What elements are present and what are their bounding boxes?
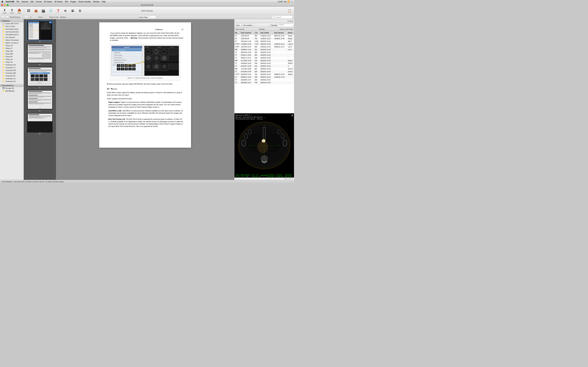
th-modality[interactable]: Modality (234, 32, 240, 34)
th-date-opened[interactable]: Date Opened (274, 32, 287, 34)
thumbnail-88[interactable]: 88 88 (26, 90, 54, 112)
sidebar-item-yesterday-us[interactable]: 📁 Yesterday US (0, 77, 24, 80)
menu-file[interactable]: File (16, 1, 19, 3)
sidebar-item-demo-cases[interactable]: 📁 Demo Cases (0, 25, 24, 28)
export-button[interactable]: ⬆ Export (9, 7, 15, 14)
table-row[interactable]: CT 30/08/12 14:00 639 26/03/15 10:42 12/… (234, 76, 294, 79)
movie-button[interactable]: 🎬 (40, 7, 47, 14)
menu-network[interactable]: Network (22, 1, 28, 3)
search-input[interactable] (276, 16, 291, 18)
filter-modality-select[interactable]: All modalities (243, 24, 255, 27)
sidebar-item-just-opened[interactable]: 📁 Just Opened (0, 36, 24, 39)
table-row[interactable]: CT 12/03 09:33 355 11/05/15 15:12 08/07/… (234, 34, 294, 37)
menu-3d-viewer[interactable]: 3D Viewer (54, 1, 63, 3)
seconds-input[interactable] (269, 25, 271, 26)
table-row[interactable]: CT\PT 11/04/05 10:45 1'743 26/03/15 10:4… (234, 43, 294, 46)
sidebar-item-today-us[interactable]: 📁 Today US (0, 58, 24, 61)
thumbnail-86[interactable]: 86 86 (26, 44, 54, 66)
menu-edit[interactable]: Edit (30, 1, 34, 3)
search-box[interactable]: 🔍 (272, 16, 293, 19)
table-row[interactable]: MR 17/11/04 16:08 861 26/03/15 10:42 Ore… (234, 67, 294, 70)
table-row[interactable]: CT 26/10/06 14:04 638 26/03/15 10:42 9D2… (234, 62, 294, 65)
menu-help[interactable]: Help (102, 1, 105, 3)
photos-button[interactable]: 🖼 (25, 7, 32, 14)
db-search-input[interactable] (279, 24, 293, 26)
sidebar-item-today-ct[interactable]: 📁 Today CT (0, 47, 24, 50)
menu-recent-studies[interactable]: Recent Studies (78, 1, 91, 3)
notes-button[interactable]: 📋 (286, 7, 293, 14)
sidebar-item-today-mr[interactable]: 📁 Today MR (0, 52, 24, 55)
table-row[interactable]: CT 30/01/04 14:45 384 26/03/15 10:42 (234, 51, 294, 54)
db-search-input-container[interactable] (278, 24, 293, 27)
sidebar-item-today-xa[interactable]: 📁 Today XA (0, 61, 24, 63)
sidebar-item-today-cr[interactable]: 📁 Today CR (0, 44, 24, 47)
thumbnail-89[interactable]: 89 89 (26, 113, 54, 135)
projector-button[interactable]: 📽 (69, 7, 76, 14)
app-menu-osirix[interactable]: 🖥 (1, 0, 3, 3)
zoom-in-button[interactable]: + (33, 16, 37, 19)
sidebar-item-yesterday-mr[interactable]: 📁 Yesterday MR (0, 72, 24, 75)
menu-plugins[interactable]: Plugins (70, 1, 76, 3)
th-date-added[interactable]: Date Added (260, 32, 274, 34)
table-row[interactable]: CT 29/10/05 13:47 250 26/03/15 10:42 (234, 79, 294, 81)
th-date-acquired[interactable]: Date Acquired (240, 32, 254, 34)
empty-button[interactable]: 📤 Empt. (16, 7, 23, 14)
sidebar-section-database[interactable]: ▾ Database (0, 19, 24, 22)
import-button[interactable]: ⬇ Import (1, 7, 8, 14)
filter-none-select[interactable]: None (235, 24, 242, 27)
menu-roi[interactable]: ROI (65, 1, 68, 3)
th-images[interactable]: # im (254, 32, 260, 34)
menu-2d-viewer[interactable]: 2D Viewer (44, 1, 52, 3)
sidebar-item-status-reviewed[interactable]: 📁 Status: Reviewed (0, 39, 24, 42)
menubar-search-icon[interactable]: 🔍 (291, 1, 293, 3)
table-row[interactable]: CT 12/03 09:33 755 11/05/15 15:12 01/06/… (234, 37, 294, 40)
zoom-out-button[interactable]: − (25, 16, 28, 19)
table-row[interactable]: MR 01/12/06 14:39 232 26/03/15 10:42 Dae… (234, 59, 294, 62)
sidebar-item-yesterday-ct[interactable]: 📁 Yesterday CT (0, 66, 24, 69)
share-button[interactable]: 📤 (33, 7, 39, 14)
trash-button[interactable]: 🗑 (77, 7, 83, 14)
table-row[interactable]: CT 01/02/11 10:04 803 26/03/15 10:42 (234, 54, 294, 57)
help-button[interactable]: ❓ (55, 7, 61, 14)
nav-next-button[interactable]: › (5, 16, 8, 19)
table-row[interactable]: CT 29/10/05 13:31 799 26/03/15 10:42 (234, 81, 294, 84)
sidebar-item-just-acquired[interactable]: 📁 Just Acquired (las (0, 30, 24, 33)
table-row[interactable]: CT\PT 04/03/04 12:26 166 26/03/15 10:42 … (234, 73, 294, 76)
table-row[interactable]: CT 01/01/07 12:00 518 26/03/15 10:42 1 (234, 65, 294, 67)
thumbnail-87[interactable]: Sources Panel Figure 3.15 87 (26, 67, 54, 89)
table-row[interactable]: MR 25/08/04 14:22 421 26/03/15 10:42 Lai… (234, 48, 294, 51)
sidebar-item-yesterday-xa[interactable]: 📁 Yesterday XA (0, 80, 24, 83)
keep-on-top-checkbox[interactable]: Keep on top (47, 16, 59, 18)
table-row[interactable]: CT\PT 21/07/04 10:45 680 26/03/15 10:42 … (234, 46, 294, 48)
burn-button[interactable]: ☢ (62, 7, 69, 14)
table-row[interactable]: CT 01/07/08 13:49 929 26/03/15 10:42 Gro… (234, 70, 294, 73)
sidebar-item-today-rf[interactable]: 📁 Today RF (0, 55, 24, 58)
maximize-button[interactable] (7, 4, 9, 6)
close-button[interactable] (1, 4, 3, 6)
sidebar-item-medimage[interactable]: 📁 MEDIMAGE (0, 90, 24, 92)
mode-select[interactable]: Single Page ▾ (138, 16, 156, 19)
nav-prev-button[interactable]: ‹ (1, 16, 4, 19)
table-row[interactable]: CT 09/02/11 10:12 636 26/03/15 10:42 (234, 57, 294, 59)
cd-button[interactable]: 💿 (47, 7, 54, 14)
sidebar-item-cases-with-comm[interactable]: 💬 Cases with comm (0, 22, 24, 25)
keep-on-top-input[interactable] (47, 16, 49, 18)
sidebar-item-interesting-cases[interactable]: ⭐ Interesting Cases (0, 28, 24, 30)
sidebar-item-yesterday-mg[interactable]: 📁 Yesterday MG (0, 69, 24, 72)
sidebar-section-documents[interactable]: ▾ Documents D (0, 84, 24, 87)
sidebar-item-just-added[interactable]: 📁 Just Added (last h (0, 33, 24, 36)
table-row[interactable]: CT 18/11/04 11:36 1'625 26/03/15 10:42 R… (234, 40, 294, 43)
sidebar-item-status-unread[interactable]: 📁 Status: Unread (1 (0, 42, 24, 44)
sidebar-item-yesterday-rf[interactable]: 📁 Yesterday RF (0, 75, 24, 77)
seconds-checkbox[interactable]: Seconds (269, 25, 277, 26)
minimize-button[interactable] (4, 4, 6, 6)
sidebar-item-storage-db[interactable]: 💾 Storage DB (0, 87, 24, 90)
zoom-fit-button[interactable]: ⊡ (29, 16, 32, 19)
thumbnail-85[interactable]: Sources Panoramix Local Default DB Deskt… (26, 20, 54, 42)
sidebar-item-today-mg[interactable]: 📁 Today MG (0, 50, 24, 52)
menu-format[interactable]: Format (36, 1, 42, 3)
th-referrer[interactable]: Referr... (287, 32, 294, 34)
app-name[interactable]: OsiriX MD (6, 1, 14, 3)
menu-window[interactable]: Window (93, 1, 100, 3)
sidebar-item-yesterday-cr[interactable]: 📁 Yesterday CR (0, 63, 24, 66)
